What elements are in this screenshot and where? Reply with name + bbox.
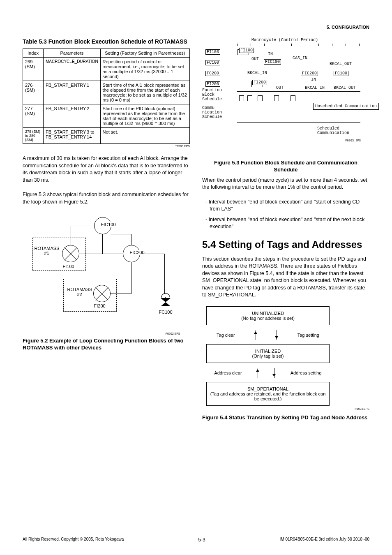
cell-index: 269 (SM)	[23, 58, 44, 81]
arrow-down-icon	[274, 368, 274, 378]
cell-param: FB_START_ENTRY.2	[44, 104, 101, 128]
addr-clear-label: Address clear	[214, 370, 242, 375]
state-sub: (Only tag is set)	[209, 354, 327, 358]
fic200-box: FIC200	[301, 71, 318, 76]
state-initialized: INITIALIZED (Only tag is set)	[206, 344, 330, 363]
table-header-row: Index Parameters Setting (Factory Settin…	[23, 49, 190, 58]
valve-symbol	[160, 293, 171, 307]
page-footer: All Rights Reserved. Copyright © 2005, R…	[23, 535, 369, 543]
fbs-label: Function Block Schedule	[202, 88, 231, 102]
section-5-4-heading: 5.4 Setting of Tags and Addresses	[202, 239, 369, 251]
table-eps-label: T0503.EPS	[23, 145, 190, 148]
bkcal-in-label: BKCAL_IN	[247, 71, 267, 75]
fi200-label: FI200	[94, 303, 106, 308]
state-sub: (Tag and address are retained, and the f…	[209, 391, 327, 401]
col-setting: Setting (Factory Setting in Parentheses)	[100, 49, 189, 58]
fig52-eps: F0502.EPS	[32, 332, 180, 335]
table-row: 276 (SM) FB_START_ENTRY.1 Start time of …	[23, 81, 190, 104]
fi100-box: FI100	[239, 48, 254, 53]
cas-in-label: CAS_IN	[293, 56, 307, 60]
state-operational: SM_OPERATIONAL (Tag and address are reta…	[206, 382, 330, 406]
fic100-box: FIC100	[264, 59, 281, 65]
in2-label: IN	[311, 77, 316, 82]
arrow-up-icon	[258, 368, 258, 378]
out2-label: OUT	[276, 86, 284, 90]
footer-page-number: 5-3	[198, 537, 205, 543]
in-label: IN	[268, 52, 273, 56]
table-title: Table 5.3 Function Block Execution Sched…	[23, 38, 190, 45]
footer-left: All Rights Reserved. Copyright © 2005, R…	[23, 537, 124, 543]
fi100-label: FI100	[63, 264, 74, 269]
rotamass1-label: ROTAMASS #1	[35, 246, 59, 256]
cell-index: 276 (SM)	[23, 81, 44, 104]
paragraph: Figure 5.3 shows typical function block …	[23, 191, 190, 206]
fig53-caption: Figure 5.3 Function Block Schedule and C…	[202, 160, 369, 173]
bullet-item: - Interval between "end of block executi…	[210, 199, 369, 213]
paragraph: This section describes the steps in the …	[202, 256, 369, 299]
figure-5-2: ROTAMASS #1 FI100 FIC100 FIC200 ROTAMASS…	[32, 213, 180, 328]
fi103-box: FI103	[205, 49, 220, 55]
table-row: 269 (SM) MACROCYCLE_DURATION Repetition …	[23, 58, 190, 81]
comm-label: Commu-nication Schedule	[202, 106, 231, 119]
arrow-up-icon	[256, 330, 256, 340]
fc100b-box: FC100	[334, 71, 348, 76]
out-label: OUT	[251, 57, 259, 61]
tag-setting-label: Tag setting	[297, 333, 319, 338]
fc200-box: FC200	[205, 71, 220, 76]
table-row: 278 (SM) to 289 (SM) FB_START_ENTRY.3 to…	[23, 128, 190, 144]
fi200l-box: FI200	[205, 81, 220, 87]
tag-clear-label: Tag clear	[217, 333, 235, 338]
table-row: 277 (SM) FB_START_ENTRY.2 Start time of …	[23, 104, 190, 128]
bkcal-in2-label: BKCAL_IN	[305, 86, 325, 90]
fc100-box: FC100	[205, 60, 220, 65]
fc100-label: FC100	[159, 310, 173, 314]
fi200-symbol	[93, 285, 111, 302]
fig52-caption: Figure 5.2 Example of Loop Connecting Fu…	[23, 338, 190, 352]
arrow-down-icon	[277, 330, 277, 340]
state-title: SM_OPERATIONAL	[209, 386, 327, 391]
footer-right: IM 01R04B05-00E-E 3rd edition July 30 20…	[280, 537, 369, 543]
bkcal-out2-label: BKCAL_OUT	[334, 86, 356, 90]
cell-param: FB_START_ENTRY.1	[44, 81, 101, 104]
fic200-label: FIC200	[129, 250, 145, 255]
fi100-symbol	[62, 245, 79, 262]
cell-param: FB_START_ENTRY.3 to FB_START_ENTRY.14	[44, 128, 101, 144]
fic100-label: FIC100	[100, 222, 117, 227]
state-title: UNINITIALIZED	[209, 311, 327, 316]
macrocycle-title: Macrocycle (Control Period)	[251, 38, 318, 42]
col-parameters: Parameters	[44, 49, 101, 58]
figure-5-3: Macrocycle (Control Period) FI103 FI100 …	[202, 38, 362, 157]
cell-setting: Repetition period of control or measurem…	[100, 58, 189, 81]
cell-setting: Start time of the AI1 block represented …	[100, 81, 189, 104]
bkcal-out-label: BKCAL_OUT	[330, 62, 352, 66]
col-index: Index	[23, 49, 44, 58]
cell-index: 278 (SM) to 289 (SM)	[23, 128, 44, 144]
paragraph: When the control period (macro cycle) is…	[202, 177, 369, 191]
paragraph: A maximum of 30 ms is taken for executio…	[23, 155, 190, 184]
fig53-eps: F0503.EPS	[345, 139, 361, 142]
state-uninitialized: UNINITIALIZED (No tag nor address is set…	[206, 306, 330, 325]
cell-setting: Start time of the PID block (optional) r…	[100, 104, 189, 128]
state-sub: (No tag nor address is set)	[209, 316, 327, 321]
rotamass2-label: ROTAMASS #2	[67, 287, 92, 297]
fi200r-box: FI200	[252, 80, 267, 85]
fig54-caption: Figure 5.4 Status Transition by Setting …	[202, 414, 369, 421]
cell-param: MACROCYCLE_DURATION	[44, 58, 101, 81]
execution-schedule-table: Index Parameters Setting (Factory Settin…	[23, 49, 190, 144]
sched-label: Scheduled Communication	[317, 126, 362, 135]
cell-index: 277 (SM)	[23, 104, 44, 128]
addr-setting-label: Address setting	[291, 370, 322, 375]
bullet-item: - Interval between "end of block executi…	[210, 216, 369, 231]
figure-5-4: UNINITIALIZED (No tag nor address is set…	[206, 306, 330, 406]
cell-setting: Not set.	[100, 128, 189, 144]
state-title: INITIALIZED	[209, 349, 327, 354]
unsched-box: Unscheduled Communication	[313, 103, 379, 110]
fig54-eps: F0504.EPS	[202, 407, 369, 410]
section-header: 5. CONFIGURATION	[23, 25, 369, 30]
